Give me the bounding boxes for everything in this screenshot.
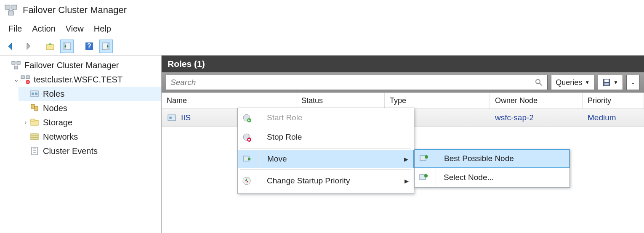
svg-rect-16 (26, 76, 29, 79)
tree-item-nodes[interactable]: Nodes (19, 101, 161, 115)
tree-root[interactable]: Failover Cluster Manager (0, 58, 161, 72)
tree-item-cluster-events[interactable]: Cluster Events (19, 144, 161, 158)
col-priority[interactable]: Priority (583, 93, 644, 109)
tree-item-label: Networks (43, 132, 78, 142)
svg-line-3 (8, 9, 11, 11)
ctx-label: Change Startup Priority (267, 176, 399, 185)
chevron-down-icon: ⌄ (631, 79, 635, 85)
ctx-select-node[interactable]: Select Node... (415, 168, 569, 187)
cluster-icon (20, 74, 30, 85)
app-icon (4, 3, 18, 17)
col-name[interactable]: Name (162, 93, 296, 109)
more-button[interactable]: ⌄ (626, 75, 640, 90)
menu-bar: File Action View Help (0, 20, 644, 37)
ctx-start-role: Start Role (238, 108, 414, 127)
svg-rect-18 (27, 82, 29, 82)
separator (39, 40, 39, 52)
search-input[interactable] (170, 78, 535, 87)
tree-item-networks[interactable]: Networks (19, 130, 161, 144)
chevron-down-icon: ▼ (585, 79, 590, 85)
app-title: Failover Cluster Manager (23, 5, 127, 16)
column-headers: Name Status Type Owner Node Priority (162, 93, 644, 109)
tree-cluster[interactable]: ⌄ testcluster.WSFC.TEST (9, 72, 161, 87)
svg-rect-36 (604, 79, 609, 82)
svg-line-4 (11, 9, 14, 11)
content-pane: Roles (1) Queries ▼ ▼ ⌄ Name Status (162, 56, 644, 233)
svg-rect-29 (32, 147, 37, 155)
ctx-move[interactable]: Move ▶ (238, 150, 414, 168)
queries-dropdown[interactable]: Queries ▼ (551, 75, 594, 90)
gear-stop-icon (240, 131, 253, 143)
svg-rect-37 (604, 83, 609, 85)
search-icon[interactable] (535, 78, 543, 87)
chevron-down-icon: ▼ (613, 79, 618, 85)
tree-item-label: Roles (43, 89, 64, 99)
show-hide-tree-button[interactable] (60, 40, 74, 53)
row-priority: Medium (583, 113, 644, 122)
svg-point-39 (169, 116, 172, 119)
cluster-manager-icon (11, 60, 21, 70)
ctx-label: Stop Role (267, 132, 409, 142)
svg-point-48 (425, 155, 428, 159)
ctx-label: Start Role (267, 113, 409, 122)
svg-rect-1 (12, 5, 17, 9)
back-button[interactable] (4, 40, 18, 53)
svg-text:?: ? (87, 42, 91, 50)
priority-icon (240, 175, 253, 187)
forward-button[interactable] (21, 40, 35, 53)
svg-rect-5 (46, 45, 54, 50)
svg-rect-0 (5, 5, 10, 9)
collapse-icon[interactable]: ⌄ (13, 76, 20, 83)
show-hide-action-button[interactable] (99, 40, 113, 53)
events-icon (29, 146, 40, 156)
tree-root-label: Failover Cluster Manager (24, 61, 119, 70)
svg-point-50 (424, 174, 428, 177)
node-best-icon (418, 152, 430, 165)
submenu-arrow-icon: ▶ (404, 178, 409, 184)
tree-item-label: Cluster Events (43, 146, 98, 156)
help-button[interactable]: ? (82, 40, 96, 53)
ctx-best-node[interactable]: Best Possible Node (415, 149, 569, 168)
save-button[interactable]: ▼ (598, 75, 623, 90)
gear-start-icon (240, 111, 253, 124)
svg-rect-44 (248, 139, 250, 140)
networks-icon (29, 132, 40, 142)
move-icon (241, 153, 253, 165)
svg-point-33 (536, 79, 540, 84)
navigation-tree: Failover Cluster Manager ⌄ testcluster.W… (0, 56, 162, 233)
search-box[interactable] (166, 75, 548, 90)
tree-item-roles[interactable]: Roles (19, 87, 161, 101)
menu-view[interactable]: View (66, 24, 84, 34)
svg-rect-21 (35, 93, 37, 95)
svg-rect-25 (31, 119, 35, 121)
row-name: IIS (181, 113, 191, 122)
tree-cluster-label: testcluster.WSFC.TEST (34, 75, 122, 85)
queries-label: Queries (556, 78, 582, 87)
tree-item-label: Storage (43, 118, 72, 127)
svg-point-20 (32, 93, 34, 95)
menu-action[interactable]: Action (32, 24, 56, 34)
col-status[interactable]: Status (296, 93, 385, 109)
ctx-label: Best Possible Node (444, 154, 564, 163)
ctx-label: Select Node... (444, 173, 564, 182)
ctx-change-priority[interactable]: Change Startup Priority ▶ (238, 171, 414, 191)
svg-rect-13 (17, 61, 20, 64)
svg-rect-15 (21, 76, 24, 79)
menu-help[interactable]: Help (94, 24, 111, 34)
separator (240, 192, 411, 192)
expand-icon[interactable]: › (22, 119, 29, 126)
separator (240, 169, 411, 170)
role-icon (167, 113, 177, 123)
svg-rect-12 (12, 61, 15, 64)
col-type[interactable]: Type (385, 93, 490, 109)
col-owner[interactable]: Owner Node (490, 93, 583, 109)
svg-line-34 (540, 83, 542, 85)
submenu-arrow-icon: ▶ (404, 156, 408, 162)
title-bar: Failover Cluster Manager (0, 0, 644, 20)
ctx-stop-role[interactable]: Stop Role (238, 127, 414, 147)
menu-file[interactable]: File (8, 24, 22, 34)
up-button[interactable] (43, 40, 57, 53)
nodes-icon (29, 103, 40, 113)
context-submenu: Best Possible Node Select Node... (414, 149, 570, 188)
tree-item-storage[interactable]: › Storage (19, 115, 161, 130)
